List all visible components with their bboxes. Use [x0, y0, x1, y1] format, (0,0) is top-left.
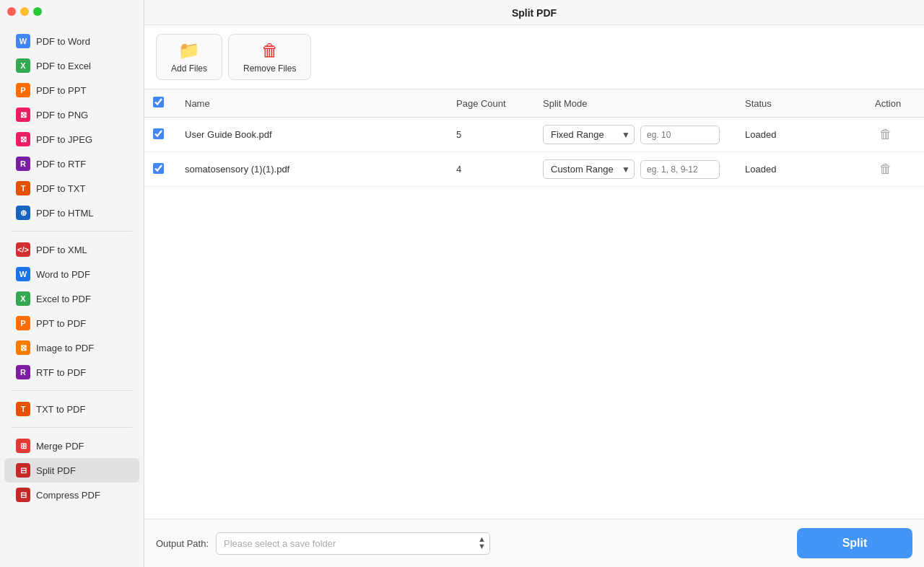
sidebar-label-ppt-to-pdf: PPT to PDF — [36, 318, 86, 329]
sidebar-label-pdf-to-excel: PDF to Excel — [36, 61, 91, 71]
sidebar-item-compress-pdf[interactable]: ⊟Compress PDF — [4, 483, 139, 507]
output-path-select[interactable]: Please select a save folder — [216, 532, 490, 555]
col-header-name: Name — [176, 89, 448, 118]
add-files-icon: 📁 — [178, 40, 200, 61]
sidebar-icon-pdf-to-txt: T — [16, 181, 30, 195]
row-pagecount-0: 5 — [448, 118, 534, 152]
sidebar-label-compress-pdf: Compress PDF — [36, 490, 100, 501]
sidebar-item-pdf-to-rtf[interactable]: RPDF to RTF — [4, 151, 139, 176]
sidebar-label-pdf-to-jpeg: PDF to JPEG — [36, 134, 92, 145]
sidebar-icon-rtf-to-pdf: R — [16, 365, 30, 379]
select-all-checkbox[interactable] — [153, 97, 164, 107]
sidebar-label-image-to-pdf: Image to PDF — [36, 343, 94, 353]
col-header-status: Status — [736, 89, 866, 118]
remove-files-icon: 🗑 — [261, 40, 279, 61]
table-header: Name Page Count Split Mode Status Action — [144, 89, 924, 118]
split-mode-select-wrapper-1: Fixed RangeCustom Range▼ — [543, 159, 635, 179]
sidebar-label-pdf-to-rtf: PDF to RTF — [36, 159, 86, 170]
sidebar-icon-txt-to-pdf: T — [16, 402, 30, 416]
range-input-0[interactable] — [640, 126, 720, 144]
sidebar-divider — [12, 427, 132, 428]
sidebar-icon-pdf-to-jpeg: ⊠ — [16, 132, 30, 146]
sidebar-item-excel-to-pdf[interactable]: XExcel to PDF — [4, 286, 139, 311]
maximize-button[interactable] — [33, 7, 42, 16]
remove-files-button[interactable]: 🗑 Remove Files — [228, 34, 311, 80]
sidebar-item-pdf-to-ppt[interactable]: PPDF to PPT — [4, 78, 139, 102]
minimize-button[interactable] — [20, 7, 29, 16]
main-content: Split PDF 📁 Add Files 🗑 Remove Files Nam… — [144, 0, 924, 567]
sidebar: WPDF to WordXPDF to ExcelPPDF to PPT⊠PDF… — [0, 0, 144, 567]
sidebar-item-pdf-to-xml[interactable]: </>PDF to XML — [4, 237, 139, 262]
sidebar-item-txt-to-pdf[interactable]: TTXT to PDF — [4, 397, 139, 421]
sidebar-divider — [12, 390, 132, 391]
sidebar-label-word-to-pdf: Word to PDF — [36, 269, 90, 280]
sidebar-item-ppt-to-pdf[interactable]: PPPT to PDF — [4, 311, 139, 335]
col-header-splitmode: Split Mode — [534, 89, 736, 118]
toolbar: 📁 Add Files 🗑 Remove Files — [144, 25, 924, 89]
split-mode-select-0[interactable]: Fixed RangeCustom Range — [543, 125, 635, 144]
sidebar-item-pdf-to-word[interactable]: WPDF to Word — [4, 29, 139, 53]
sidebar-item-word-to-pdf[interactable]: WWord to PDF — [4, 262, 139, 286]
split-mode-select-wrapper-0: Fixed RangeCustom Range▼ — [543, 125, 635, 144]
split-button[interactable]: Split — [797, 528, 912, 558]
add-files-label: Add Files — [171, 63, 207, 74]
sidebar-icon-pdf-to-xml: </> — [16, 242, 30, 257]
close-button[interactable] — [7, 7, 16, 16]
sidebar-label-split-pdf: Split PDF — [36, 465, 76, 476]
sidebar-icon-pdf-to-ppt: P — [16, 83, 30, 97]
sidebar-item-split-pdf[interactable]: ⊟Split PDF — [4, 458, 139, 483]
delete-row-button-1[interactable]: 🗑 — [875, 160, 897, 178]
sidebar-icon-image-to-pdf: ⊠ — [16, 340, 30, 355]
add-files-button[interactable]: 📁 Add Files — [156, 34, 222, 80]
sidebar-icon-pdf-to-html: ⊕ — [16, 206, 30, 220]
table-body: User Guide Book.pdf5Fixed RangeCustom Ra… — [144, 118, 924, 187]
sidebar-label-pdf-to-word: PDF to Word — [36, 36, 90, 47]
sidebar-icon-compress-pdf: ⊟ — [16, 488, 30, 502]
traffic-lights — [7, 7, 42, 16]
file-table: Name Page Count Split Mode Status Action… — [144, 89, 924, 187]
sidebar-icon-merge-pdf: ⊞ — [16, 439, 30, 453]
sidebar-icon-excel-to-pdf: X — [16, 291, 30, 306]
sidebar-label-pdf-to-ppt: PDF to PPT — [36, 85, 86, 96]
sidebar-item-pdf-to-excel[interactable]: XPDF to Excel — [4, 53, 139, 78]
remove-files-label: Remove Files — [243, 63, 296, 74]
split-mode-cell-1: Fixed RangeCustom Range▼ — [543, 159, 728, 179]
row-pagecount-1: 4 — [448, 152, 534, 187]
sidebar-item-image-to-pdf[interactable]: ⊠Image to PDF — [4, 335, 139, 360]
sidebar-icon-ppt-to-pdf: P — [16, 316, 30, 330]
sidebar-label-pdf-to-png: PDF to PNG — [36, 110, 88, 120]
sidebar-label-pdf-to-txt: PDF to TXT — [36, 183, 85, 194]
delete-row-button-0[interactable]: 🗑 — [875, 126, 897, 144]
table-row: somatosensory (1)(1).pdf4Fixed RangeCust… — [144, 152, 924, 187]
sidebar-item-rtf-to-pdf[interactable]: RRTF to PDF — [4, 360, 139, 384]
output-label: Output Path: — [156, 538, 209, 549]
output-path-row: Output Path: Please select a save folder… — [156, 532, 490, 555]
output-path-wrapper: Please select a save folder ▲ ▼ — [216, 532, 490, 555]
sidebar-item-pdf-to-jpeg[interactable]: ⊠PDF to JPEG — [4, 127, 139, 151]
sidebar-item-pdf-to-png[interactable]: ⊠PDF to PNG — [4, 102, 139, 127]
sidebar-icon-split-pdf: ⊟ — [16, 463, 30, 478]
footer: Output Path: Please select a save folder… — [144, 519, 924, 567]
row-filename-1: somatosensory (1)(1).pdf — [176, 152, 448, 187]
row-status-0: Loaded — [736, 118, 866, 152]
sidebar-icon-pdf-to-rtf: R — [16, 157, 30, 171]
sidebar-item-pdf-to-txt[interactable]: TPDF to TXT — [4, 176, 139, 201]
row-checkbox-0[interactable] — [153, 128, 164, 139]
split-mode-select-1[interactable]: Fixed RangeCustom Range — [543, 159, 635, 179]
sidebar-item-pdf-to-html[interactable]: ⊕PDF to HTML — [4, 201, 139, 225]
row-checkbox-1[interactable] — [153, 163, 164, 174]
sidebar-icon-pdf-to-excel: X — [16, 58, 30, 73]
sidebar-label-rtf-to-pdf: RTF to PDF — [36, 367, 86, 378]
split-mode-cell-0: Fixed RangeCustom Range▼ — [543, 125, 728, 144]
sidebar-icon-word-to-pdf: W — [16, 267, 30, 281]
sidebar-divider — [12, 231, 132, 232]
sidebar-icon-pdf-to-png: ⊠ — [16, 107, 30, 122]
range-input-1[interactable] — [640, 160, 720, 179]
sidebar-item-merge-pdf[interactable]: ⊞Merge PDF — [4, 434, 139, 458]
sidebar-label-pdf-to-xml: PDF to XML — [36, 245, 87, 255]
col-header-action: Action — [866, 89, 924, 118]
sidebar-label-excel-to-pdf: Excel to PDF — [36, 294, 91, 304]
row-filename-0: User Guide Book.pdf — [176, 118, 448, 152]
row-status-1: Loaded — [736, 152, 866, 187]
sidebar-icon-pdf-to-word: W — [16, 34, 30, 48]
